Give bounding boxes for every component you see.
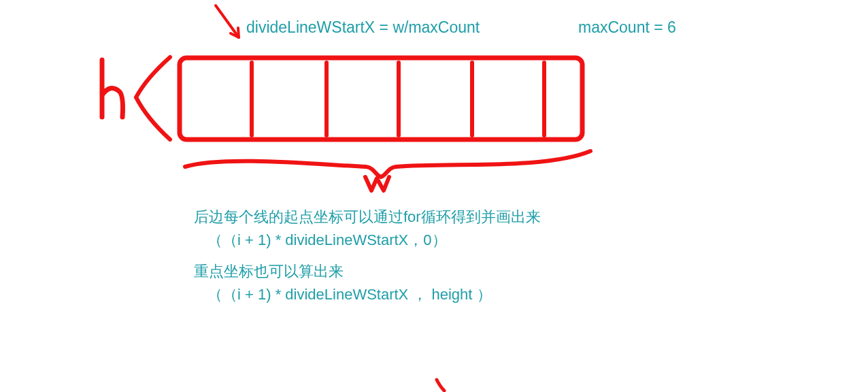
explain-line-2: （（i + 1) * divideLineWStartX，0）	[194, 229, 541, 252]
bottom-mark	[437, 380, 444, 391]
h-label	[102, 60, 123, 117]
main-box	[180, 58, 582, 140]
explanation-block: 后边每个线的起点坐标可以通过for循环得到并画出来 （（i + 1) * div…	[194, 206, 541, 306]
formula-divide-line: divideLineWStartX = w/maxCount	[246, 18, 480, 37]
arrow-to-divider-head	[231, 28, 239, 37]
w-label	[365, 177, 389, 191]
h-bracket	[136, 57, 170, 140]
formula-max-count: maxCount = 6	[578, 18, 676, 37]
explain-line-3: 重点坐标也可以算出来	[194, 260, 541, 283]
w-brace	[185, 151, 590, 177]
explain-line-1: 后边每个线的起点坐标可以通过for循环得到并画出来	[194, 206, 541, 229]
diagram-svg	[0, 0, 868, 392]
arrow-to-divider	[216, 5, 239, 37]
explain-line-4: （（i + 1) * divideLineWStartX ， height ）	[194, 283, 541, 306]
